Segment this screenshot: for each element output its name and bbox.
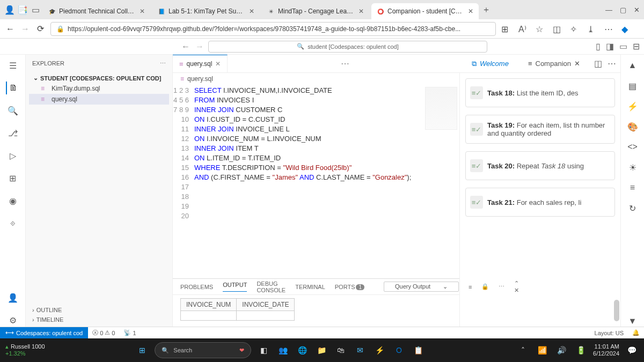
editor-tab-query[interactable]: ≡ query.sql ✕	[173, 55, 228, 72]
status-layout[interactable]: Layout: US	[590, 330, 628, 336]
more-icon[interactable]: ⋯	[604, 24, 614, 34]
browser-tab-2[interactable]: ✳ MindTap - Cengage Learning ✕	[262, 3, 369, 19]
panel-tab-output[interactable]: OUTPUT	[223, 282, 247, 292]
close-icon[interactable]: ✕	[574, 60, 580, 68]
welcome-tab[interactable]: ⧉ Welcome	[462, 55, 518, 72]
menu-rail-icon[interactable]: ≡	[627, 182, 638, 193]
forward-button[interactable]: →	[20, 24, 30, 34]
volume-icon[interactable]: 🔊	[554, 343, 568, 357]
layout-customize-icon[interactable]: ⊟	[633, 41, 640, 51]
layout-bottom-icon[interactable]: ▭	[619, 41, 627, 51]
close-icon[interactable]: ✕	[358, 8, 364, 15]
tab-actions-icon[interactable]: 📑	[17, 4, 28, 15]
teams-icon[interactable]: 👥	[276, 343, 290, 357]
column-header[interactable]: INVOICE_NUM	[181, 299, 237, 311]
panel-tab-debug[interactable]: DEBUG CONSOLE	[257, 280, 286, 293]
task-card-20[interactable]: ≡✓ Task 20: Repeat Task 18 using	[465, 151, 615, 180]
refresh-button[interactable]: ⟳	[35, 24, 45, 34]
edge-icon[interactable]: 🌐	[295, 343, 309, 357]
url-input[interactable]: 🔒 https://opulent-cod-69vvqr75799xhrqwp.…	[50, 22, 496, 36]
nav-back-icon[interactable]: ←	[181, 42, 190, 51]
browser-tab-0[interactable]: 🎓 Piedmont Technical College ✕	[43, 3, 150, 19]
command-center-search[interactable]: 🔍 student [Codespaces: opulent cod]	[208, 41, 487, 53]
source-control-icon[interactable]: ⎇	[6, 127, 19, 139]
notifications-icon[interactable]: 💬	[625, 343, 639, 357]
chevron-up-icon[interactable]: ˄	[516, 343, 530, 357]
wifi-icon[interactable]: 📶	[535, 343, 549, 357]
file-item-1[interactable]: ≡ query.sql	[29, 94, 169, 105]
browser-tab-3[interactable]: ⭕ Companion - student [Codespac ✕	[371, 3, 479, 19]
app-icon[interactable]: ⚡	[372, 343, 386, 357]
minimize-button[interactable]: —	[605, 6, 612, 14]
collections-icon[interactable]: ▭	[30, 4, 41, 15]
new-tab-button[interactable]: ＋	[481, 4, 492, 15]
code-editor[interactable]: SELECT I.INVOICE_NUM,I.INVOICE_DATE FROM…	[194, 85, 459, 278]
notes-icon[interactable]: 📋	[411, 343, 425, 357]
column-header[interactable]: INVOICE_DATE	[237, 299, 295, 311]
split-icon[interactable]: ◫	[553, 24, 562, 34]
workspace-header[interactable]: ⌄ STUDENT [CODESPACES: OPULENT COD]	[29, 73, 169, 83]
breadcrumb[interactable]: ≡ query.sql	[173, 73, 459, 85]
layout-panel-icon[interactable]: ▯	[596, 41, 601, 51]
collapse-icon[interactable]: ▲	[627, 60, 638, 71]
expand-icon[interactable]: ▼	[627, 316, 638, 327]
task-view-icon[interactable]: ◧	[257, 343, 270, 357]
layout-sidebar-icon[interactable]: ◨	[606, 41, 614, 51]
scrollbar[interactable]	[614, 300, 619, 321]
close-icon[interactable]: ✕	[215, 60, 221, 68]
explorer-more-icon[interactable]: ⋯	[160, 60, 166, 67]
panel-tab-terminal[interactable]: TERMINAL	[295, 284, 325, 290]
status-notifications-icon[interactable]: 🔔	[628, 329, 644, 336]
nav-forward-icon[interactable]: →	[195, 42, 204, 51]
apps-icon[interactable]: ⊞	[501, 24, 511, 34]
brightness-icon[interactable]: ☀	[627, 162, 638, 173]
github-icon[interactable]: ◉	[6, 194, 19, 207]
status-ports[interactable]: 📡1	[119, 329, 140, 336]
taskbar-search[interactable]: 🔍 Search ❤	[155, 342, 251, 358]
tab-overflow-icon[interactable]: ⋯	[341, 58, 349, 69]
split-editor-icon[interactable]: ◫	[594, 58, 602, 69]
file-item-0[interactable]: ≡ KimTay.dump.sql	[29, 83, 169, 94]
system-clock[interactable]: 11:01 AM 6/12/2024	[593, 343, 619, 357]
run-debug-icon[interactable]: ▷	[6, 149, 19, 162]
mail-icon[interactable]: ✉	[353, 343, 367, 357]
panel-tab-problems[interactable]: PROBLEMS	[180, 284, 213, 290]
minimap[interactable]	[425, 87, 457, 130]
browser-tab-1[interactable]: 📘 Lab 5-1: KimTay Pet Supplies (Ass ✕	[152, 3, 260, 19]
bolt-icon[interactable]: ⚡	[627, 101, 638, 112]
battery-icon[interactable]: 🔋	[574, 343, 588, 357]
read-aloud-icon[interactable]: A⁾	[518, 24, 528, 34]
search-activity-icon[interactable]: 🔍	[6, 104, 19, 117]
menu-icon[interactable]: ☰	[6, 59, 19, 72]
store-icon[interactable]: 🛍	[334, 343, 348, 357]
codespaces-icon[interactable]: ⟐	[6, 217, 19, 230]
close-icon[interactable]: ✕	[468, 8, 473, 15]
close-window-button[interactable]: ✕	[634, 6, 640, 14]
profile-icon[interactable]: 👤	[4, 4, 15, 15]
status-problems[interactable]: ⓧ0 ⚠0	[88, 329, 119, 337]
extensions-icon[interactable]: ⊞	[6, 172, 19, 184]
explorer-icon[interactable]: 🗎	[6, 82, 19, 94]
copilot-icon[interactable]: ◆	[621, 24, 631, 34]
panel-tab-ports[interactable]: PORTS1	[335, 284, 364, 290]
outlook-icon[interactable]: O	[392, 343, 406, 357]
collections-button[interactable]: ✧	[570, 24, 580, 34]
gear-icon[interactable]: ⚙	[6, 314, 19, 327]
favorite-icon[interactable]: ☆	[536, 24, 545, 34]
toc-icon[interactable]: ▤	[627, 80, 638, 91]
output-channel-select[interactable]: Query Output ⌄	[384, 282, 459, 292]
outline-section[interactable]: ›OUTLINE	[30, 305, 168, 315]
downloads-icon[interactable]: ⤓	[587, 24, 597, 34]
task-card-21[interactable]: ≡✓ Task 21: For each sales rep, li	[465, 188, 615, 217]
more-actions-icon[interactable]: ⋯	[608, 58, 616, 69]
start-button[interactable]: ⊞	[135, 343, 149, 357]
close-icon[interactable]: ✕	[140, 8, 145, 15]
account-icon[interactable]: 👤	[6, 291, 19, 304]
companion-tab[interactable]: ≡ Companion ✕	[518, 55, 590, 72]
refresh-rail-icon[interactable]: ↻	[627, 203, 638, 213]
task-card-19[interactable]: ≡✓ Task 19: For each item, list th numbe…	[465, 115, 615, 144]
palette-icon[interactable]: 🎨	[627, 121, 638, 132]
code-icon[interactable]: <>	[627, 142, 638, 152]
back-button[interactable]: ←	[5, 24, 15, 34]
close-icon[interactable]: ✕	[249, 8, 254, 15]
